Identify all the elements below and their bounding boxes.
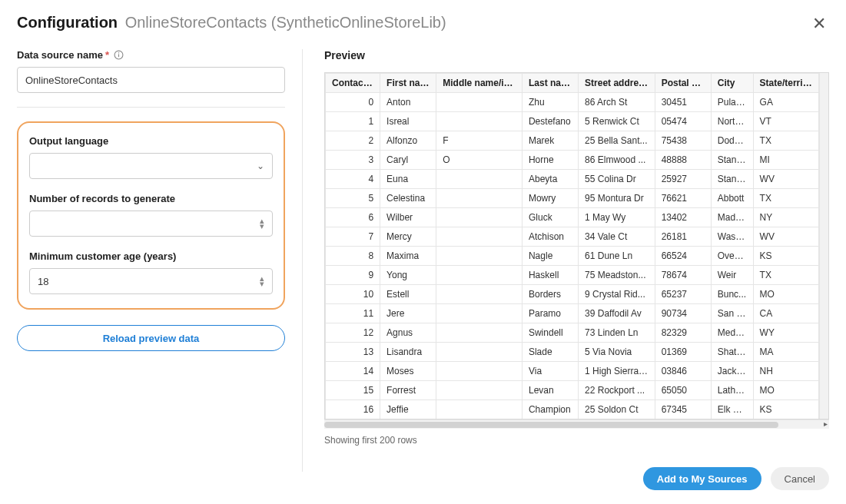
reload-preview-button[interactable]: Reload preview data xyxy=(17,325,285,351)
svg-point-2 xyxy=(118,53,119,54)
info-icon[interactable] xyxy=(114,50,124,60)
table-row[interactable]: 1IsrealDestefano5 Renwick Ct05474North..… xyxy=(326,112,819,131)
table-cell: 5 xyxy=(326,189,380,208)
scroll-right-icon[interactable]: ▸ xyxy=(824,419,828,428)
column-header[interactable]: Street address xyxy=(579,74,655,93)
table-cell: Haskell xyxy=(522,266,578,285)
table-cell: 13402 xyxy=(655,208,711,227)
table-row[interactable]: 11JereParamo39 Daffodil Av90734San P...C… xyxy=(326,304,819,323)
preview-table-scroll[interactable]: Contact idFirst nameMiddle name/initialL… xyxy=(325,73,819,419)
table-cell: Lisandra xyxy=(380,343,436,362)
column-header[interactable]: City xyxy=(711,74,753,93)
table-cell: 55 Colina Dr xyxy=(579,170,655,189)
table-cell: Jeffie xyxy=(380,400,436,419)
table-cell: KS xyxy=(753,400,818,419)
table-cell: Slade xyxy=(522,343,578,362)
table-cell: 73 Linden Ln xyxy=(579,323,655,343)
preview-table: Contact idFirst nameMiddle name/initialL… xyxy=(325,73,819,419)
table-cell: MO xyxy=(753,285,818,304)
table-cell: 2 xyxy=(326,131,380,151)
table-cell xyxy=(436,266,523,285)
table-cell: 65237 xyxy=(655,285,711,304)
table-cell: GA xyxy=(753,93,818,112)
table-cell xyxy=(436,247,523,266)
table-row[interactable]: 9YongHaskell75 Meadston...78674WeirTX xyxy=(326,266,819,285)
table-cell: Euna xyxy=(380,170,436,189)
table-cell: 10 xyxy=(326,285,380,304)
table-row[interactable]: 8MaximaNagle61 Dune Ln66524Overb...KS xyxy=(326,247,819,266)
column-header[interactable]: Last name xyxy=(522,74,578,93)
table-cell: Dodd ... xyxy=(711,131,753,151)
table-cell: 13 xyxy=(326,343,380,362)
table-cell: Horne xyxy=(522,151,578,170)
config-panel: Data source name * Output language ⌄ Num… xyxy=(17,49,303,472)
table-cell: Swindell xyxy=(522,323,578,343)
table-row[interactable]: 4EunaAbeyta55 Colina Dr25927Stana...WV xyxy=(326,170,819,189)
table-cell: 0 xyxy=(326,93,380,112)
num-records-stepper[interactable]: ▴▾ xyxy=(29,211,273,237)
table-cell: 90734 xyxy=(655,304,711,323)
table-cell: Gluck xyxy=(522,208,578,227)
table-cell: 11 xyxy=(326,304,380,323)
table-row[interactable]: 13LisandraSlade5 Via Novia01369Shatt...M… xyxy=(326,343,819,362)
table-row[interactable]: 16JeffieChampion25 Soldon Ct67345Elk Fa.… xyxy=(326,400,819,419)
table-cell: Yong xyxy=(380,266,436,285)
table-cell xyxy=(436,227,523,247)
table-cell: Alfonzo xyxy=(380,131,436,151)
table-cell xyxy=(436,189,523,208)
table-cell: 05474 xyxy=(655,112,711,131)
column-header[interactable]: Middle name/initial xyxy=(436,74,523,93)
table-cell: Celestina xyxy=(380,189,436,208)
column-header[interactable]: Postal code xyxy=(655,74,711,93)
table-cell: 22 Rockport ... xyxy=(579,381,655,400)
table-cell: 7 xyxy=(326,227,380,247)
parameters-highlight-box: Output language ⌄ Number of records to g… xyxy=(17,121,285,310)
table-cell: Madis... xyxy=(711,208,753,227)
table-row[interactable]: 10EstellBorders9 Crystal Rid...65237Bunc… xyxy=(326,285,819,304)
stepper-icon: ▴▾ xyxy=(260,276,264,287)
table-row[interactable]: 14MosesVia1 High Sierra ...03846Jacks...… xyxy=(326,362,819,381)
table-cell: Levan xyxy=(522,381,578,400)
vertical-scrollbar[interactable] xyxy=(819,73,828,419)
data-source-name-input[interactable] xyxy=(17,67,285,93)
table-cell: 75 Meadston... xyxy=(579,266,655,285)
table-cell: WV xyxy=(753,170,818,189)
table-cell: 5 Via Novia xyxy=(579,343,655,362)
table-cell: Latham xyxy=(711,381,753,400)
table-cell xyxy=(436,381,523,400)
horizontal-scrollbar[interactable]: ▸ xyxy=(324,419,829,429)
divider xyxy=(17,107,285,108)
table-cell: 9 Crystal Rid... xyxy=(579,285,655,304)
table-row[interactable]: 6WilberGluck1 May Wy13402Madis...NY xyxy=(326,208,819,227)
preview-heading: Preview xyxy=(324,49,829,61)
table-cell: Jere xyxy=(380,304,436,323)
column-header[interactable]: State/territory xyxy=(753,74,818,93)
table-cell: Bunc... xyxy=(711,285,753,304)
table-row[interactable]: 2AlfonzoFMarek25 Bella Sant...75438Dodd … xyxy=(326,131,819,151)
output-language-select[interactable]: ⌄ xyxy=(29,153,273,179)
scrollbar-thumb[interactable] xyxy=(324,422,778,428)
label-text: Data source name xyxy=(17,49,103,61)
table-cell xyxy=(436,343,523,362)
table-row[interactable]: 7MercyAtchison34 Vale Ct26181Washi...WV xyxy=(326,227,819,247)
column-header[interactable]: Contact id xyxy=(326,74,380,93)
column-header[interactable]: First name xyxy=(380,74,436,93)
table-cell: 1 xyxy=(326,112,380,131)
table-row[interactable]: 3CarylOHorne86 Elmwood ...48888StantonMI xyxy=(326,151,819,170)
cancel-button[interactable]: Cancel xyxy=(771,467,829,490)
add-to-sources-button[interactable]: Add to My Sources xyxy=(643,467,761,490)
rows-footnote: Showing first 200 rows xyxy=(324,435,829,446)
table-cell: 86 Arch St xyxy=(579,93,655,112)
preview-panel: Preview Contact idFirst nameMiddle name/… xyxy=(303,49,829,472)
min-age-stepper[interactable]: 18 ▴▾ xyxy=(29,268,273,294)
table-cell: KS xyxy=(753,247,818,266)
table-row[interactable]: 5CelestinaMowry95 Montura Dr76621AbbottT… xyxy=(326,189,819,208)
table-row[interactable]: 15ForrestLevan22 Rockport ...65050Latham… xyxy=(326,381,819,400)
table-cell: Maxima xyxy=(380,247,436,266)
table-cell: Champion xyxy=(522,400,578,419)
table-cell xyxy=(436,304,523,323)
table-row[interactable]: 12AgnusSwindell73 Linden Ln82329Medic...… xyxy=(326,323,819,343)
table-row[interactable]: 0AntonZhu86 Arch St30451PulaskiGA xyxy=(326,93,819,112)
close-icon[interactable]: ✕ xyxy=(809,14,829,34)
table-cell: 4 xyxy=(326,170,380,189)
